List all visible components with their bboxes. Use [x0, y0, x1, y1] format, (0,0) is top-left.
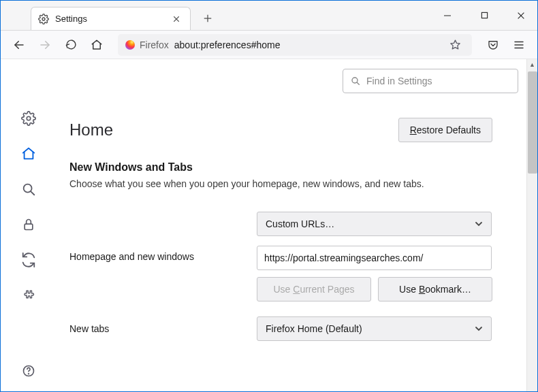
homepage-mode-select[interactable]: Custom URLs… — [257, 212, 492, 236]
home-button[interactable] — [86, 35, 107, 55]
category-search[interactable] — [16, 181, 41, 197]
newtabs-row: New tabs Firefox Home (Default) — [69, 316, 492, 341]
svg-rect-6 — [481, 12, 487, 18]
site-identity[interactable]: Firefox — [125, 39, 169, 50]
homepage-buttons: Use Current Pages Use Bookmark… — [257, 277, 492, 301]
vertical-scrollbar[interactable]: ▲ — [526, 59, 537, 391]
scroll-thumb[interactable] — [528, 71, 537, 174]
back-button[interactable] — [9, 35, 29, 55]
preferences-pane: Find in Settings Home Restore Defaults N… — [56, 59, 526, 391]
gear-icon — [38, 14, 49, 24]
close-window-button[interactable] — [511, 6, 531, 25]
category-extensions[interactable] — [16, 287, 41, 304]
minimize-button[interactable] — [438, 6, 457, 25]
browser-window: Settings — [0, 0, 538, 392]
newtabs-mode-value: Firefox Home (Default) — [266, 323, 362, 334]
url-path-text: about:preferences#home — [174, 39, 281, 50]
bookmark-star-icon[interactable] — [445, 35, 465, 55]
find-in-settings[interactable]: Find in Settings — [343, 69, 518, 93]
section-description: Choose what you see when you open your h… — [69, 178, 492, 191]
navigation-toolbar: Firefox about:preferences#home — [1, 31, 537, 59]
restore-defaults-label: estore Defaults — [417, 125, 481, 135]
svg-point-16 — [27, 116, 31, 120]
chevron-down-icon — [475, 325, 483, 333]
forward-button[interactable] — [35, 35, 55, 55]
section-heading: New Windows and Tabs — [69, 161, 492, 174]
content-area: Find in Settings Home Restore Defaults N… — [1, 59, 537, 391]
category-help[interactable] — [16, 363, 41, 379]
svg-line-23 — [357, 82, 359, 84]
restore-defaults-button[interactable]: Restore Defaults — [398, 118, 492, 142]
maximize-button[interactable] — [475, 6, 494, 25]
window-controls — [424, 1, 537, 30]
reload-button[interactable] — [61, 35, 81, 55]
svg-marker-12 — [450, 40, 459, 49]
app-menu-button[interactable] — [509, 35, 529, 55]
page-header: Home Restore Defaults — [69, 118, 492, 142]
homepage-url-row: Homepage and new windows Use Current Pag… — [69, 246, 492, 301]
category-privacy[interactable] — [16, 216, 41, 233]
close-icon[interactable] — [170, 12, 183, 26]
chevron-down-icon — [475, 220, 483, 228]
use-current-pages-button[interactable]: Use Current Pages — [257, 277, 371, 301]
homepage-url-input[interactable] — [257, 246, 492, 270]
new-tab-button[interactable] — [197, 8, 218, 29]
category-sidebar — [1, 59, 56, 391]
category-general[interactable] — [16, 110, 41, 127]
svg-point-11 — [125, 40, 135, 50]
tab-settings[interactable]: Settings — [31, 7, 191, 30]
use-bookmark-button[interactable]: Use Bookmark… — [378, 277, 492, 301]
homepage-mode-value: Custom URLs… — [266, 218, 334, 229]
url-origin-label: Firefox — [140, 39, 169, 50]
firefox-logo-icon — [125, 39, 136, 50]
newtabs-label: New tabs — [69, 323, 243, 334]
search-icon — [350, 76, 361, 86]
preferences-content: Find in Settings Home Restore Defaults N… — [1, 59, 526, 391]
titlebar: Settings — [1, 1, 537, 31]
category-sync[interactable] — [16, 252, 41, 268]
find-placeholder: Find in Settings — [366, 76, 432, 86]
svg-rect-19 — [25, 224, 33, 229]
homepage-mode-row: Custom URLs… — [69, 212, 492, 236]
svg-point-21 — [28, 374, 29, 374]
save-to-pocket-button[interactable] — [483, 35, 503, 55]
newtabs-mode-select[interactable]: Firefox Home (Default) — [257, 316, 492, 341]
category-home[interactable] — [16, 146, 41, 162]
page-title: Home — [69, 120, 113, 140]
url-bar[interactable]: Firefox about:preferences#home — [118, 34, 472, 56]
scroll-up-arrow[interactable]: ▲ — [527, 59, 538, 70]
svg-point-0 — [42, 18, 45, 20]
tabs-strip: Settings — [1, 1, 424, 30]
tab-title: Settings — [55, 14, 163, 24]
homepage-label: Homepage and new windows — [69, 246, 243, 262]
svg-line-18 — [31, 191, 34, 195]
